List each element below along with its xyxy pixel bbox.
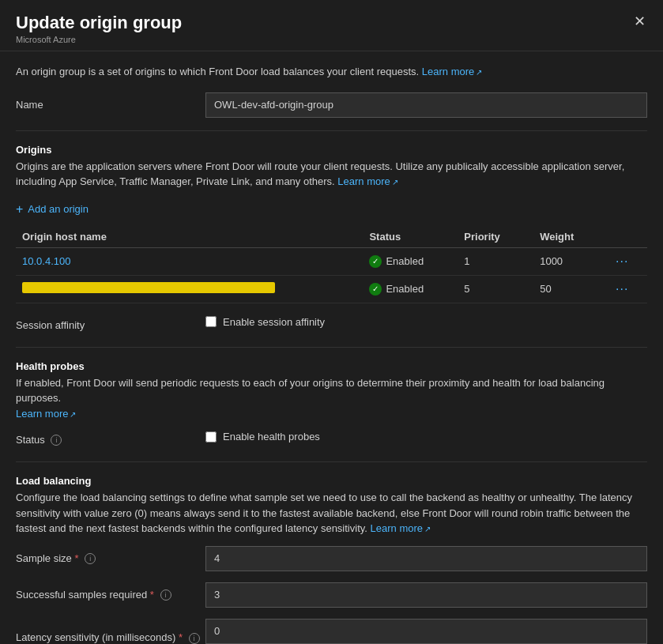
panel-subtitle: Microsoft Azure <box>16 35 647 44</box>
origin-actions-2: ··· <box>609 275 647 303</box>
latency-sensitivity-row: Latency sensitivity (in milliseconds) * … <box>16 619 647 645</box>
health-probes-description: If enabled, Front Door will send periodi… <box>16 375 647 422</box>
table-row: 10.0.4.100 ✓ Enabled 1 1000 ··· <box>16 247 647 275</box>
external-link-icon: ↗ <box>476 68 482 77</box>
divider-1 <box>16 130 647 131</box>
health-probes-heading: Health probes <box>16 360 647 372</box>
origin-status-2: ✓ Enabled <box>363 275 458 303</box>
health-probes-learn-more-link[interactable]: Learn more↗ <box>16 408 76 420</box>
origins-table: Origin host name Status Priority Weight … <box>16 226 647 303</box>
col-header-priority: Priority <box>458 226 533 248</box>
redacted-hostname <box>22 282 275 293</box>
latency-field-container: milliseconds <box>205 619 647 645</box>
load-balancing-learn-more-link[interactable]: Learn more↗ <box>371 522 431 534</box>
origin-priority-2: 5 <box>458 275 533 303</box>
origins-desc-text: Origins are the application servers wher… <box>16 160 624 188</box>
origin-more-button-2[interactable]: ··· <box>616 282 628 296</box>
status-check-icon-2: ✓ <box>369 283 382 296</box>
successful-samples-label: Successful samples required * i <box>16 589 205 601</box>
origin-hostname-2 <box>16 275 363 303</box>
panel-description: An origin group is a set of origins to w… <box>16 64 647 80</box>
load-balancing-description: Configure the load balancing settings to… <box>16 490 647 537</box>
name-field-row: Name <box>16 92 647 118</box>
health-probes-status-row: Status i Enable health probes <box>16 431 647 449</box>
load-balancing-desc-text: Configure the load balancing settings to… <box>16 491 632 534</box>
load-balancing-external-icon: ↗ <box>424 525 431 533</box>
origins-heading: Origins <box>16 144 647 156</box>
latency-info-icon: i <box>189 633 200 644</box>
health-probes-status-label: Status i <box>16 434 205 446</box>
col-header-weight: Weight <box>533 226 609 248</box>
divider-2 <box>16 347 647 348</box>
sample-size-row: Sample size * i <box>16 546 647 571</box>
origin-hostname-1: 10.0.4.100 <box>16 247 363 275</box>
origin-weight-1: 1000 <box>533 247 609 275</box>
add-origin-button[interactable]: + Add an origin <box>16 199 89 220</box>
health-probes-section: Health probes If enabled, Front Door wil… <box>16 360 647 450</box>
plus-icon: + <box>16 202 23 217</box>
session-affinity-checkbox-label: Enable session affinity <box>223 316 325 328</box>
session-affinity-checkbox[interactable] <box>205 316 217 327</box>
status-badge-2: ✓ Enabled <box>369 283 451 296</box>
origins-learn-more-link[interactable]: Learn more↗ <box>337 175 397 187</box>
latency-input[interactable] <box>205 619 647 644</box>
panel-header: Update origin group Microsoft Azure ✕ <box>0 0 663 51</box>
panel-body: An origin group is a set of origins to w… <box>0 51 663 644</box>
origin-weight-2: 50 <box>533 275 609 303</box>
origin-priority-1: 1 <box>458 247 533 275</box>
health-probes-external-icon: ↗ <box>70 410 76 419</box>
load-balancing-heading: Load balancing <box>16 475 647 487</box>
origin-hostname-link-1[interactable]: 10.0.4.100 <box>22 255 70 267</box>
status-badge-1: ✓ Enabled <box>369 255 451 268</box>
close-button[interactable]: ✕ <box>629 13 650 30</box>
name-label: Name <box>16 99 205 111</box>
successful-samples-row: Successful samples required * i <box>16 582 647 608</box>
description-learn-more-link[interactable]: Learn more↗ <box>422 66 482 77</box>
panel-title: Update origin group <box>16 13 647 33</box>
session-affinity-checkbox-row: Enable session affinity <box>205 316 325 328</box>
divider-3 <box>16 461 647 462</box>
session-affinity-row: Session affinity Enable session affinity <box>16 316 647 334</box>
successful-samples-input[interactable] <box>205 582 647 608</box>
load-balancing-section: Load balancing Configure the load balanc… <box>16 475 647 644</box>
add-origin-label: Add an origin <box>28 203 89 215</box>
sample-size-info-icon: i <box>85 553 96 564</box>
health-probes-checkbox-label: Enable health probes <box>223 431 320 443</box>
col-header-hostname: Origin host name <box>16 226 363 248</box>
col-header-actions <box>609 226 647 248</box>
description-text: An origin group is a set of origins to w… <box>16 66 419 77</box>
successful-samples-info-icon: i <box>160 589 171 601</box>
status-info-icon: i <box>51 435 62 446</box>
origin-actions-1: ··· <box>609 247 647 275</box>
origin-more-button-1[interactable]: ··· <box>616 254 628 269</box>
latency-label: Latency sensitivity (in milliseconds) * … <box>16 631 205 644</box>
origins-section: Origins Origins are the application serv… <box>16 144 647 303</box>
origins-description: Origins are the application servers wher… <box>16 159 647 190</box>
status-text-1: Enabled <box>386 255 424 267</box>
origin-status-1: ✓ Enabled <box>363 247 458 275</box>
status-check-icon-1: ✓ <box>369 255 382 268</box>
table-row: ✓ Enabled 5 50 ··· <box>16 275 647 303</box>
sample-size-label: Sample size * i <box>16 552 205 565</box>
health-probes-checkbox-row: Enable health probes <box>205 431 320 443</box>
col-header-status: Status <box>363 226 458 248</box>
origins-external-icon: ↗ <box>392 178 398 186</box>
health-probes-desc-text: If enabled, Front Door will send periodi… <box>16 377 605 405</box>
update-origin-group-panel: Update origin group Microsoft Azure ✕ An… <box>0 0 663 644</box>
session-affinity-label: Session affinity <box>16 319 205 331</box>
name-input[interactable] <box>205 92 647 118</box>
status-text-2: Enabled <box>386 283 424 295</box>
sample-size-input[interactable] <box>205 546 647 571</box>
health-probes-checkbox[interactable] <box>205 431 217 443</box>
